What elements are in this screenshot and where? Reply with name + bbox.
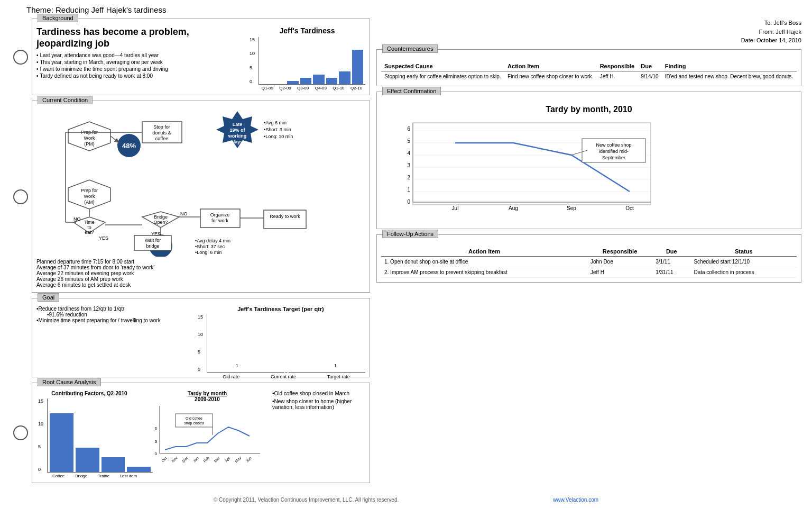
effect-confirmation-section: Effect Confirmation Tardy by month, 2010…: [376, 92, 801, 229]
svg-text:6: 6: [155, 426, 158, 431]
svg-text:Dec: Dec: [181, 456, 189, 463]
cf-label-traffic: Traffic: [98, 474, 109, 478]
svg-text:Nov: Nov: [171, 456, 178, 463]
header-info: To: Jeff's Boss From: Jeff Hajek Date: O…: [376, 19, 801, 45]
circle-3: [13, 425, 28, 440]
cm-header-due: Due: [638, 61, 661, 71]
svg-text:Ready to work: Ready to work: [270, 214, 300, 219]
goal-bullet-1: •Reduce tardiness from 12/qtr to 1/qtr: [36, 306, 192, 312]
cc-bullet-4: Average 26 minutes of AM prep work: [36, 276, 365, 282]
svg-rect-97: [413, 123, 651, 205]
svg-text:•Avg 6 min: •Avg 6 min: [264, 120, 287, 125]
svg-text:Prep for: Prep for: [81, 188, 98, 193]
background-bullets: Last year, attendance was good—4 tardies…: [36, 52, 245, 79]
svg-text:2: 2: [407, 175, 410, 180]
follow-up-label: Follow-Up Actions: [382, 230, 438, 238]
follow-up-section: Follow-Up Actions Action Item Responsibl…: [376, 234, 801, 283]
fu-due-1: 3/1/11: [652, 256, 690, 267]
svg-text:NO: NO: [73, 216, 81, 222]
flowchart-svg: Prep for Work (PM) 48% Prep for: [36, 108, 385, 257]
svg-text:NO: NO: [180, 211, 188, 216]
fu-action-2: 2. Improve AM process to prevent skippin…: [381, 267, 587, 277]
goal-bullets: •Reduce tardiness from 12/qtr to 1/qtr •…: [36, 306, 192, 373]
svg-text:0: 0: [407, 199, 410, 205]
fu-status-2: Data collection in process: [690, 267, 797, 277]
cf-bar-traffic: [102, 457, 125, 472]
goal-label: Goal: [38, 293, 59, 302]
svg-text:Work: Work: [84, 135, 95, 141]
effect-svg: 0 1 2 3 4 5 6: [392, 117, 656, 223]
svg-text:Late: Late: [233, 122, 243, 127]
rca-line-chart: Tardy by month 2009-2010: [146, 391, 268, 478]
right-column: To: Jeff's Boss From: Jeff Hajek Date: O…: [376, 19, 801, 488]
header-from: From: Jeff Hajek: [376, 28, 801, 37]
svg-text:Apr: Apr: [224, 456, 232, 463]
cm-due-1: 9/14/10: [638, 71, 661, 81]
svg-text:3: 3: [407, 162, 410, 168]
goal-bar-chart: 15 10 5 0: [207, 314, 365, 373]
goal-bar-label-current: Current rate: [271, 374, 296, 379]
svg-text:coffee: coffee: [155, 136, 168, 141]
svg-text:•Long: 6 min: •Long: 6 min: [195, 250, 222, 255]
table-row: 2. Improve AM process to prevent skippin…: [381, 267, 797, 277]
svg-text:Sep: Sep: [567, 205, 576, 211]
goal-bullet-3: •Minimize time spent preparing for / tra…: [36, 318, 192, 323]
svg-text:0: 0: [155, 451, 158, 456]
svg-text:19% of: 19% of: [229, 128, 245, 133]
svg-text:for work: for work: [211, 218, 229, 223]
svg-text:•Avg delay 4 min: •Avg delay 4 min: [195, 238, 230, 243]
footer: © Copyright 2011, Velaction Continuous I…: [11, 497, 801, 503]
countermeasures-section: Countermeasures Suspected Cause Action I…: [376, 49, 801, 86]
cf-bar-coffee: [50, 413, 73, 472]
svg-rect-27: [264, 210, 306, 229]
svg-text:May: May: [234, 456, 242, 464]
svg-text:(PM): (PM): [84, 141, 95, 147]
fu-header-action: Action Item: [381, 247, 587, 257]
svg-rect-60: [176, 414, 213, 427]
cm-responsible-1: Jeff H.: [597, 71, 638, 81]
svg-text:6: 6: [407, 126, 410, 132]
svg-text:Oct: Oct: [161, 456, 168, 463]
main-layout: Background Tardiness has become a proble…: [11, 19, 801, 488]
left-column: Background Tardiness has become a proble…: [11, 19, 370, 488]
fu-status-1: Scheduled start 12/1/10: [690, 256, 797, 267]
follow-up-table: Action Item Responsible Due Status 1. Op…: [381, 247, 797, 278]
svg-text:5: 5: [407, 138, 410, 144]
svg-text:•Short: 3 min: •Short: 3 min: [264, 127, 291, 132]
svg-text:Aug: Aug: [509, 205, 518, 211]
cf-label-coffee: Coffee: [52, 474, 64, 478]
header-to: To: Jeff's Boss: [376, 19, 801, 28]
cm-header-finding: Finding: [662, 61, 797, 71]
cc-bullet-5: Average 6 minutes to get settled at desk: [36, 282, 365, 288]
svg-text:New coffee shop: New coffee shop: [596, 142, 632, 148]
rca-label: Root Cause Analysis: [38, 378, 101, 386]
svg-text:4: 4: [407, 150, 410, 156]
svg-text:September: September: [602, 155, 625, 160]
goal-chart-title: Jeff's Tardiness Target (per qtr): [196, 306, 365, 312]
footer-link[interactable]: www.Velaction.com: [553, 497, 598, 503]
svg-text:Bridge: Bridge: [154, 214, 168, 220]
svg-text:Time: Time: [84, 220, 95, 225]
cf-label-lostitem: Lost item: [120, 474, 137, 478]
bg-bullet-4: Tardy defined as not being ready to work…: [36, 73, 245, 79]
page-title: Theme: Reducing Jeff Hajek's tardiness: [26, 5, 801, 14]
cm-action-1: Find new coffee shop closer to work.: [504, 71, 597, 81]
svg-text:Mar: Mar: [213, 456, 220, 463]
goal-bar-label-old: Old rate: [223, 374, 239, 379]
rca-bullet-2: •New shop closer to home (higher variati…: [272, 398, 365, 410]
svg-text:Organize: Organize: [210, 212, 230, 217]
svg-text:working: working: [228, 133, 247, 139]
countermeasures-label: Countermeasures: [382, 44, 438, 53]
page: Theme: Reducing Jeff Hajek's tardiness B…: [0, 0, 812, 508]
fu-due-2: 1/31/11: [652, 267, 690, 277]
fu-header-responsible: Responsible: [587, 247, 652, 257]
svg-text:Open?: Open?: [153, 220, 168, 225]
cc-bullet-3: Average 22 minutes of evening prep work: [36, 270, 365, 276]
svg-text:Work: Work: [84, 194, 95, 199]
svg-text:48%: 48%: [122, 142, 136, 150]
jeff-tardiness-chart: Jeff's Tardiness 15 10 5 0: [249, 26, 365, 90]
cf-title: Contributing Factors, Q2-2010: [36, 391, 142, 396]
rca-svg: 0 3 6 Old coffee shop closed: [146, 403, 263, 467]
bg-bullet-1: Last year, attendance was good—4 tardies…: [36, 52, 245, 58]
rca-section: Root Cause Analysis Contributing Factors…: [32, 383, 370, 483]
